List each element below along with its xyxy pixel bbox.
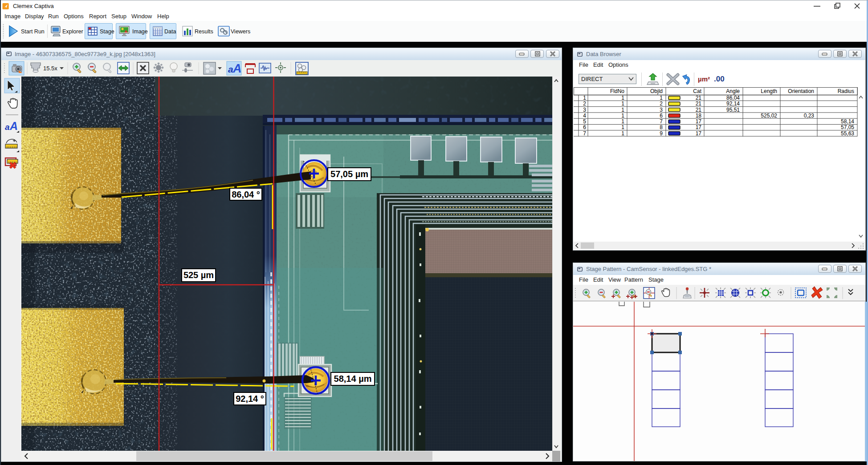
svg-text:Length: Length — [761, 88, 777, 94]
svg-text:17: 17 — [696, 130, 702, 137]
svg-text:17: 17 — [696, 124, 702, 130]
svg-text:1: 1 — [621, 118, 624, 125]
svg-text:7: 7 — [660, 118, 663, 125]
svg-text:4: 4 — [583, 113, 586, 119]
svg-text:1: 1 — [660, 95, 663, 101]
svg-text:3: 3 — [660, 107, 663, 113]
svg-text:7: 7 — [583, 130, 586, 137]
svg-text:2: 2 — [583, 101, 586, 107]
svg-text:FldNo: FldNo — [610, 88, 624, 94]
svg-text:58,14: 58,14 — [841, 118, 854, 125]
svg-text:Orientation: Orientation — [788, 88, 814, 94]
svg-text:A: A — [9, 120, 18, 132]
svg-text:1: 1 — [621, 113, 624, 119]
svg-text:Objld: Objld — [650, 88, 663, 94]
svg-text:0,23: 0,23 — [804, 113, 815, 119]
svg-text:17: 17 — [696, 118, 702, 125]
svg-text:1: 1 — [583, 95, 586, 101]
svg-text:6: 6 — [583, 124, 586, 130]
svg-text:Radius: Radius — [838, 88, 854, 94]
svg-text:1: 1 — [621, 124, 624, 130]
svg-text:1: 1 — [621, 107, 624, 113]
svg-text:a: a — [5, 122, 10, 132]
svg-text:525,02: 525,02 — [761, 113, 777, 119]
svg-text:8: 8 — [660, 124, 663, 130]
svg-text:92,14: 92,14 — [726, 101, 740, 107]
svg-text:6: 6 — [660, 113, 663, 119]
svg-text:95,51: 95,51 — [726, 107, 740, 113]
svg-text:86,04: 86,04 — [726, 95, 740, 101]
svg-text:Angle: Angle — [726, 88, 740, 94]
svg-text:57,05: 57,05 — [841, 124, 854, 130]
svg-text:2: 2 — [660, 101, 663, 107]
svg-text:A: A — [232, 62, 242, 75]
svg-text:1: 1 — [621, 101, 624, 107]
svg-text:1: 1 — [621, 130, 624, 137]
svg-text:18: 18 — [696, 113, 702, 119]
svg-text:Cat: Cat — [693, 88, 701, 94]
svg-text:21: 21 — [696, 107, 702, 113]
svg-text:21: 21 — [696, 95, 702, 101]
svg-text:3: 3 — [583, 107, 586, 113]
svg-text:15.5x: 15.5x — [43, 65, 57, 72]
svg-text:55,63: 55,63 — [841, 130, 854, 137]
svg-text:5: 5 — [583, 118, 586, 125]
svg-text:1: 1 — [621, 95, 624, 101]
svg-text:21: 21 — [696, 101, 702, 107]
svg-text:9: 9 — [660, 130, 663, 137]
